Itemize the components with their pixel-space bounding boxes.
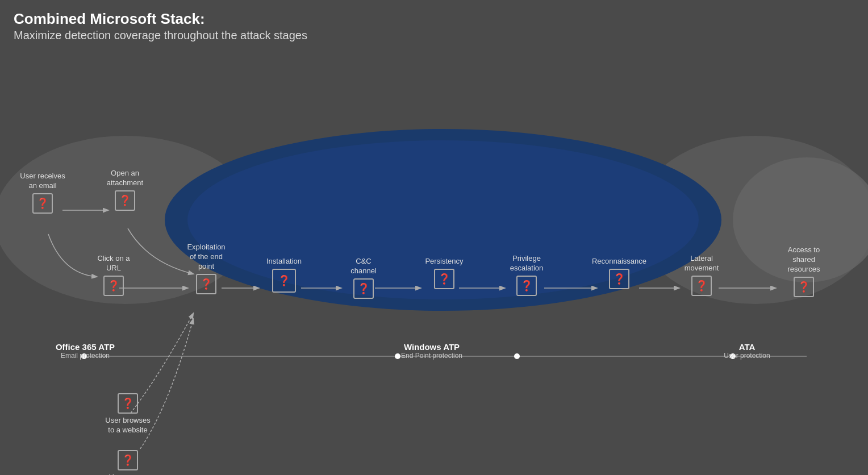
title-main: Combined Microsoft Stack: (14, 10, 854, 28)
shared-icon: ❓ (794, 277, 814, 297)
node-browse: ❓ User browsesto a website (97, 393, 159, 438)
node-cnc: C&Cchannel ❓ (341, 257, 386, 299)
legend-office365-sub: Email protection (34, 352, 136, 360)
legend-windows-title: Windows ATP (375, 342, 489, 352)
legend-windows-sub: End Point protection (375, 352, 489, 360)
email-icon: ❓ (32, 193, 53, 214)
node-open-attachment: Open anattachment ❓ (97, 169, 153, 211)
install-icon: ❓ (272, 269, 296, 293)
url-icon: ❓ (103, 276, 124, 296)
legend-windows-atp: Windows ATP End Point protection (375, 342, 489, 360)
legend-office365-title: Office 365 ATP (34, 342, 136, 352)
node-recon: Reconnaissance ❓ (591, 257, 648, 289)
node-user-email: User receivesan email ❓ (11, 172, 74, 214)
legend-office365: Office 365 ATP Email protection (34, 342, 136, 360)
attachment-icon: ❓ (115, 190, 135, 211)
node-exploit: Exploitationof the endpoint ❓ (181, 243, 232, 294)
persist-icon: ❓ (434, 269, 454, 289)
node-click-url: Click on aURL ❓ (88, 254, 139, 296)
title-section: Combined Microsoft Stack: Maximize detec… (0, 0, 868, 47)
legend-ata: ATA User protection (713, 342, 781, 360)
run-icon: ❓ (118, 450, 138, 470)
browse-icon: ❓ (118, 393, 138, 414)
node-shared: Access tosharedresources ❓ (775, 245, 832, 297)
exploit-icon: ❓ (196, 274, 216, 294)
diagram-container: User receivesan email ❓ Open anattachmen… (0, 52, 868, 450)
legend-ata-sub: User protection (713, 352, 781, 360)
title-sub: Maximize detection coverage throughout t… (14, 29, 854, 42)
privesc-icon: ❓ (516, 276, 537, 296)
recon-icon: ❓ (609, 269, 629, 289)
node-persist: Persistency ❓ (422, 257, 467, 289)
lateral-icon: ❓ (691, 276, 712, 296)
cnc-icon: ❓ (353, 278, 374, 299)
node-privesc: Privilegeescalation ❓ (501, 254, 552, 296)
node-run: ❓ User runs aprogram (99, 450, 156, 475)
flow-nodes: User receivesan email ❓ Open anattachmen… (0, 52, 868, 450)
node-lateral: Lateralmovement ❓ (676, 254, 727, 296)
node-install: Installation ❓ (261, 257, 307, 293)
legend-ata-title: ATA (713, 342, 781, 352)
